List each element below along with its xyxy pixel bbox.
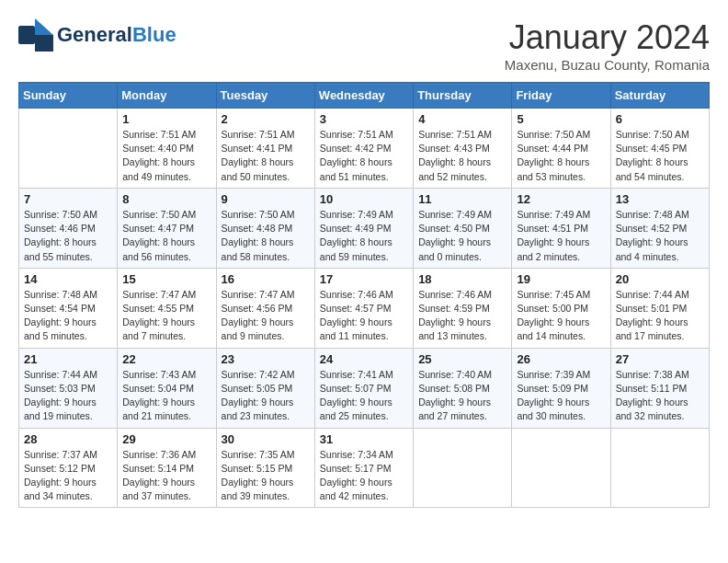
day-info: Sunrise: 7:47 AMSunset: 4:55 PMDaylight:…: [122, 288, 210, 344]
day-number: 30: [222, 432, 310, 446]
day-info: Sunrise: 7:50 AMSunset: 4:45 PMDaylight:…: [616, 128, 704, 184]
logo-general: General: [57, 23, 132, 46]
day-cell: 29Sunrise: 7:36 AMSunset: 5:14 PMDayligh…: [118, 428, 216, 508]
day-of-week-tuesday: Tuesday: [216, 83, 314, 109]
day-cell: 18Sunrise: 7:46 AMSunset: 4:59 PMDayligh…: [414, 268, 512, 348]
day-info: Sunrise: 7:42 AMSunset: 5:05 PMDaylight:…: [222, 368, 310, 424]
day-cell: 10Sunrise: 7:49 AMSunset: 4:49 PMDayligh…: [314, 188, 413, 268]
day-cell: 21Sunrise: 7:44 AMSunset: 5:03 PMDayligh…: [19, 348, 118, 428]
day-info: Sunrise: 7:51 AMSunset: 4:42 PMDaylight:…: [320, 128, 408, 184]
day-number: 22: [122, 352, 210, 366]
day-cell: 11Sunrise: 7:49 AMSunset: 4:50 PMDayligh…: [414, 188, 512, 268]
day-number: 31: [320, 432, 408, 446]
week-row-3: 14Sunrise: 7:48 AMSunset: 4:54 PMDayligh…: [19, 268, 710, 348]
day-number: 1: [122, 112, 210, 126]
day-info: Sunrise: 7:34 AMSunset: 5:17 PMDaylight:…: [320, 448, 408, 504]
day-info: Sunrise: 7:48 AMSunset: 4:54 PMDaylight:…: [24, 288, 112, 344]
day-cell: 20Sunrise: 7:44 AMSunset: 5:01 PMDayligh…: [610, 268, 709, 348]
week-row-1: 1Sunrise: 7:51 AMSunset: 4:40 PMDaylight…: [19, 109, 710, 189]
day-of-week-thursday: Thursday: [414, 83, 512, 109]
day-cell: 22Sunrise: 7:43 AMSunset: 5:04 PMDayligh…: [118, 348, 216, 428]
day-number: 20: [616, 272, 704, 286]
day-info: Sunrise: 7:50 AMSunset: 4:44 PMDaylight:…: [517, 128, 605, 184]
day-cell: 7Sunrise: 7:50 AMSunset: 4:46 PMDaylight…: [19, 188, 118, 268]
day-cell: 17Sunrise: 7:46 AMSunset: 4:57 PMDayligh…: [314, 268, 413, 348]
day-info: Sunrise: 7:43 AMSunset: 5:04 PMDaylight:…: [122, 368, 210, 424]
day-number: 7: [24, 192, 112, 206]
day-info: Sunrise: 7:50 AMSunset: 4:48 PMDaylight:…: [222, 208, 310, 264]
day-cell: 16Sunrise: 7:47 AMSunset: 4:56 PMDayligh…: [216, 268, 314, 348]
days-of-week-row: SundayMondayTuesdayWednesdayThursdayFrid…: [19, 83, 710, 109]
day-cell: 9Sunrise: 7:50 AMSunset: 4:48 PMDaylight…: [216, 188, 314, 268]
day-cell: 1Sunrise: 7:51 AMSunset: 4:40 PMDaylight…: [118, 109, 216, 189]
day-info: Sunrise: 7:51 AMSunset: 4:41 PMDaylight:…: [222, 128, 310, 184]
day-info: Sunrise: 7:36 AMSunset: 5:14 PMDaylight:…: [122, 448, 210, 504]
day-info: Sunrise: 7:41 AMSunset: 5:07 PMDaylight:…: [320, 368, 408, 424]
day-number: 13: [616, 192, 704, 206]
week-row-4: 21Sunrise: 7:44 AMSunset: 5:03 PMDayligh…: [19, 348, 710, 428]
day-info: Sunrise: 7:39 AMSunset: 5:09 PMDaylight:…: [517, 368, 605, 424]
day-cell: 25Sunrise: 7:40 AMSunset: 5:08 PMDayligh…: [414, 348, 512, 428]
day-info: Sunrise: 7:49 AMSunset: 4:50 PMDaylight:…: [418, 208, 506, 264]
day-number: 11: [418, 192, 506, 206]
day-info: Sunrise: 7:45 AMSunset: 5:00 PMDaylight:…: [517, 288, 605, 344]
day-info: Sunrise: 7:40 AMSunset: 5:08 PMDaylight:…: [418, 368, 506, 424]
day-cell: 24Sunrise: 7:41 AMSunset: 5:07 PMDayligh…: [314, 348, 413, 428]
day-cell: 15Sunrise: 7:47 AMSunset: 4:55 PMDayligh…: [118, 268, 216, 348]
day-info: Sunrise: 7:37 AMSunset: 5:12 PMDaylight:…: [24, 448, 112, 504]
day-of-week-friday: Friday: [512, 83, 610, 109]
day-cell: [19, 109, 118, 189]
day-info: Sunrise: 7:44 AMSunset: 5:03 PMDaylight:…: [24, 368, 112, 424]
day-cell: 12Sunrise: 7:49 AMSunset: 4:51 PMDayligh…: [512, 188, 610, 268]
day-number: 12: [517, 192, 605, 206]
day-number: 6: [616, 112, 704, 126]
day-of-week-sunday: Sunday: [19, 83, 118, 109]
day-number: 4: [418, 112, 506, 126]
day-number: 26: [517, 352, 605, 366]
day-cell: 31Sunrise: 7:34 AMSunset: 5:17 PMDayligh…: [314, 428, 413, 508]
day-number: 5: [517, 112, 605, 126]
day-number: 23: [222, 352, 310, 366]
day-number: 28: [24, 432, 112, 446]
day-cell: 28Sunrise: 7:37 AMSunset: 5:12 PMDayligh…: [19, 428, 118, 508]
day-cell: 14Sunrise: 7:48 AMSunset: 4:54 PMDayligh…: [19, 268, 118, 348]
day-cell: 5Sunrise: 7:50 AMSunset: 4:44 PMDaylight…: [512, 109, 610, 189]
day-info: Sunrise: 7:51 AMSunset: 4:40 PMDaylight:…: [122, 128, 210, 184]
day-number: 21: [24, 352, 112, 366]
day-cell: 23Sunrise: 7:42 AMSunset: 5:05 PMDayligh…: [216, 348, 314, 428]
day-number: 9: [222, 192, 310, 206]
day-number: 10: [320, 192, 408, 206]
logo-blue: Blue: [132, 23, 176, 46]
day-cell: 27Sunrise: 7:38 AMSunset: 5:11 PMDayligh…: [610, 348, 709, 428]
svg-marker-2: [35, 35, 53, 52]
day-number: 15: [122, 272, 210, 286]
day-cell: 6Sunrise: 7:50 AMSunset: 4:45 PMDaylight…: [610, 109, 709, 189]
location: Maxenu, Buzau County, Romania: [505, 57, 710, 73]
day-cell: [512, 428, 610, 508]
week-row-5: 28Sunrise: 7:37 AMSunset: 5:12 PMDayligh…: [19, 428, 710, 508]
day-of-week-wednesday: Wednesday: [314, 83, 413, 109]
day-cell: [610, 428, 709, 508]
day-number: 24: [320, 352, 408, 366]
week-row-2: 7Sunrise: 7:50 AMSunset: 4:46 PMDaylight…: [19, 188, 710, 268]
day-number: 25: [418, 352, 506, 366]
day-number: 27: [616, 352, 704, 366]
day-info: Sunrise: 7:35 AMSunset: 5:15 PMDaylight:…: [222, 448, 310, 504]
day-number: 8: [122, 192, 210, 206]
day-info: Sunrise: 7:46 AMSunset: 4:59 PMDaylight:…: [418, 288, 506, 344]
day-number: 16: [222, 272, 310, 286]
calendar-header: SundayMondayTuesdayWednesdayThursdayFrid…: [19, 83, 710, 109]
day-info: Sunrise: 7:44 AMSunset: 5:01 PMDaylight:…: [616, 288, 704, 344]
day-cell: 19Sunrise: 7:45 AMSunset: 5:00 PMDayligh…: [512, 268, 610, 348]
svg-rect-0: [18, 26, 35, 44]
calendar-table: SundayMondayTuesdayWednesdayThursdayFrid…: [18, 82, 710, 508]
day-number: 3: [320, 112, 408, 126]
day-number: 29: [122, 432, 210, 446]
day-info: Sunrise: 7:49 AMSunset: 4:51 PMDaylight:…: [517, 208, 605, 264]
day-cell: 2Sunrise: 7:51 AMSunset: 4:41 PMDaylight…: [216, 109, 314, 189]
day-cell: 13Sunrise: 7:48 AMSunset: 4:52 PMDayligh…: [610, 188, 709, 268]
day-number: 2: [222, 112, 310, 126]
day-number: 17: [320, 272, 408, 286]
svg-marker-1: [35, 18, 53, 35]
day-number: 14: [24, 272, 112, 286]
